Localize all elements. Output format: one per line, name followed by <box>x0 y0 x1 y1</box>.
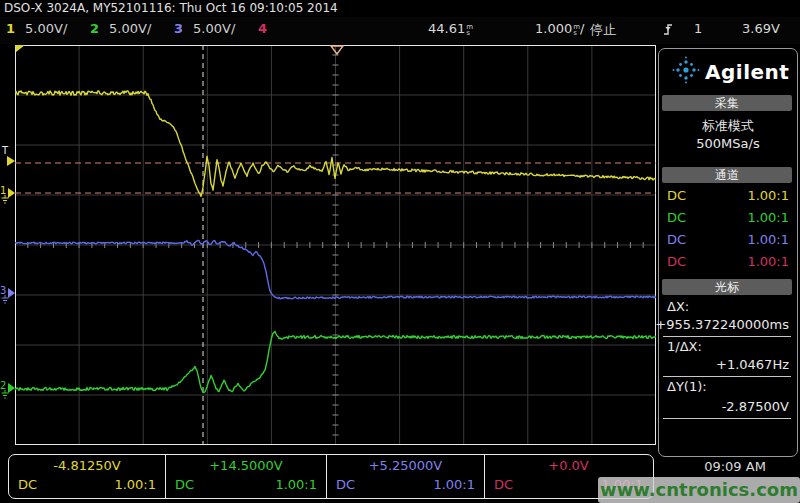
section-header-channels[interactable]: 通道 <box>662 167 792 183</box>
trigger-level-readout[interactable]: 3.69V <box>742 21 780 36</box>
channel2-number: 2 <box>90 21 99 36</box>
marker-1[interactable]: 1 <box>0 182 16 204</box>
channel3-coupling-row: DC1.00:1 <box>667 232 789 252</box>
grip-icon <box>665 170 673 180</box>
svg-text:1: 1 <box>0 185 6 196</box>
trigger-edge-icon <box>662 20 675 40</box>
svg-text:2: 2 <box>0 380 6 391</box>
channel3-number: 3 <box>174 21 183 36</box>
sidebar-menu: Agilent 采集 标准模式 500MSa/s 通道 DC1.00:1 DC1… <box>658 48 798 457</box>
grip-icon <box>781 170 789 180</box>
cursor-dy-label: ΔY(1): <box>667 379 707 394</box>
run-state-indicator: 停止 <box>590 21 616 39</box>
agilent-spark-icon <box>671 55 701 85</box>
channel1-offset-value: -4.81250V <box>9 458 165 473</box>
channel4-offset-value: +0.0V <box>485 458 652 473</box>
delay-readout[interactable]: 44.61ms <box>428 21 473 36</box>
marker-3[interactable]: 3 <box>0 282 16 304</box>
channel1-panel[interactable]: -4.81250V DC 1.00:1 <box>9 455 165 498</box>
status-bar: 15.00V/ 25.00V/ 35.00V/ 4 44.61ms 1.000m… <box>0 17 800 44</box>
channel4-number: 4 <box>258 21 267 36</box>
section-header-acquisition[interactable]: 采集 <box>662 95 792 111</box>
channel2-probe: 1.00:1 <box>275 477 317 492</box>
waveform-display <box>15 45 656 445</box>
channel4-scale-button[interactable]: 4 <box>258 21 277 40</box>
channel4-coupling: DC <box>494 477 513 492</box>
time-ref-marker <box>331 46 343 54</box>
clock: 09:09 AM <box>676 459 794 474</box>
bottom-channel-panels: -4.81250V DC 1.00:1 +14.5000V DC 1.00:1 … <box>8 454 654 499</box>
channel1-coupling: DC <box>18 477 37 492</box>
channel3-offset-value: +5.25000V <box>327 458 484 473</box>
cursor-dy-value: -2.87500V <box>722 399 789 414</box>
channel4-coupling-row: DC1.00:1 <box>667 254 789 274</box>
grip-icon <box>665 282 673 292</box>
divider <box>663 418 791 419</box>
cursor-invdx-label: 1/ΔX: <box>667 339 702 354</box>
cursor-dx-label: ΔX: <box>667 299 689 314</box>
channel2-scale-button[interactable]: 25.00V/ <box>90 21 151 40</box>
channel2-coupling: DC <box>175 477 194 492</box>
window-title: DSO-X 3024A, MY52101116: Thu Oct 16 09:1… <box>4 1 338 15</box>
acquisition-mode: 标准模式 <box>659 117 797 135</box>
divider <box>663 336 791 337</box>
channel1-scale-button[interactable]: 15.00V/ <box>6 21 67 40</box>
channel2-coupling-row: DC1.00:1 <box>667 210 789 230</box>
grip-icon <box>781 98 789 108</box>
marker-T[interactable]: T <box>0 145 16 167</box>
svg-text:T: T <box>1 145 9 156</box>
channel1-coupling-row: DC1.00:1 <box>667 188 789 208</box>
brand-name: Agilent <box>705 60 789 84</box>
section-header-cursors[interactable]: 光标 <box>662 279 792 295</box>
channel3-panel[interactable]: +5.25000V DC 1.00:1 <box>326 455 484 498</box>
svg-text:3: 3 <box>0 285 6 296</box>
brand-row: Agilent <box>659 53 797 91</box>
marker-2[interactable]: 2 <box>0 377 16 399</box>
channel1-number: 1 <box>6 21 15 36</box>
channel3-scale: 5.00V/ <box>193 21 235 36</box>
channel3-probe: 1.00:1 <box>433 477 475 492</box>
delay-ref-marker <box>15 45 25 52</box>
channel2-offset-value: +14.5000V <box>166 458 326 473</box>
channel2-panel[interactable]: +14.5000V DC 1.00:1 <box>165 455 326 498</box>
channel3-scale-button[interactable]: 35.00V/ <box>174 21 235 40</box>
grip-icon <box>665 98 673 108</box>
trigger-source[interactable]: 1 <box>694 21 702 36</box>
channel2-scale: 5.00V/ <box>109 21 151 36</box>
divider <box>663 376 791 377</box>
cursor-dx-value: +955.372240000ms <box>655 317 789 332</box>
watermark: www.cntronics.com <box>598 477 800 503</box>
grip-icon <box>781 282 789 292</box>
cursor-invdx-value: +1.0467Hz <box>716 357 789 372</box>
timebase-readout[interactable]: 1.000ms/ <box>535 21 584 36</box>
channel1-scale: 5.00V/ <box>25 21 67 36</box>
channel3-coupling: DC <box>336 477 355 492</box>
channel1-probe: 1.00:1 <box>114 477 156 492</box>
sample-rate: 500MSa/s <box>659 136 797 151</box>
